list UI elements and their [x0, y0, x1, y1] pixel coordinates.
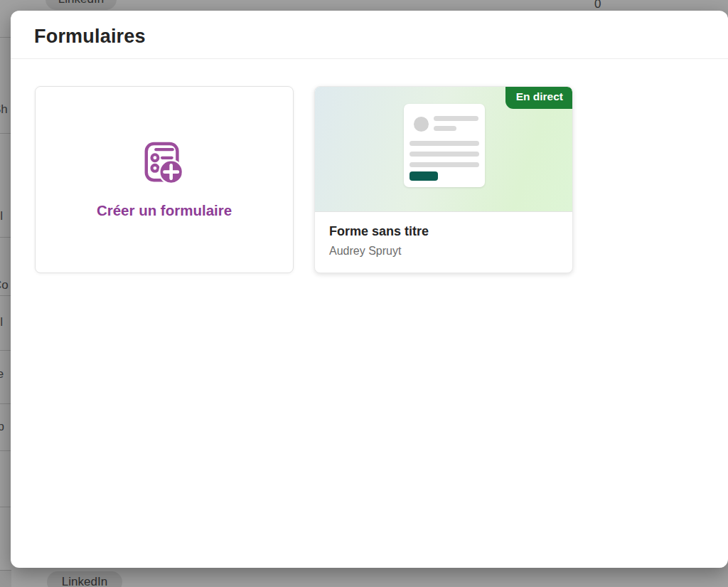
background-linkedin-label: LinkedIn [62, 575, 107, 587]
create-form-card[interactable]: Créer un formulaire [35, 86, 294, 273]
live-status-badge: En direct [505, 87, 572, 109]
form-thumbnail: En direct [315, 87, 572, 212]
background-footer-edge [0, 570, 11, 587]
background-text-fragment: Co [0, 278, 9, 292]
background-linkedin-label: LinkedIn [58, 0, 104, 6]
background-row-divider [0, 133, 11, 134]
background-text-fragment: pp [0, 420, 4, 434]
avatar-placeholder [414, 117, 429, 132]
background-text-fragment: Sh [0, 102, 8, 117]
form-card-info: Forme sans titre Audrey Spruyt [315, 212, 572, 258]
background-text-fragment: le [0, 367, 4, 381]
background-row-divider [0, 450, 11, 451]
text-line-placeholder [434, 116, 478, 121]
form-add-icon [142, 141, 186, 186]
form-card-owner: Audrey Spruyt [329, 245, 558, 258]
form-card-title: Forme sans titre [329, 224, 558, 239]
background-row-divider [0, 295, 11, 296]
form-preview [404, 104, 485, 187]
dialog-body: Créer un formulaire En direct Forme sans… [11, 59, 728, 273]
dialog-title: Formulaires [34, 26, 728, 48]
text-line-placeholder [434, 126, 456, 131]
submit-button-placeholder [410, 171, 438, 181]
text-line-placeholder [410, 141, 479, 146]
background-row-divider [0, 37, 11, 38]
create-form-label: Créer un formulaire [97, 202, 232, 219]
forms-dialog: Formulaires Créer un formulaire [11, 11, 728, 568]
background-linkedin-pill-top: LinkedIn [46, 0, 117, 10]
background-row-divider [0, 403, 11, 404]
text-line-placeholder [410, 162, 479, 167]
background-linkedin-pill-bottom: LinkedIn [47, 571, 122, 587]
background-row-divider [0, 570, 11, 571]
dialog-header: Formulaires [11, 11, 728, 59]
background-count-value: 0 [594, 0, 601, 11]
background-row-divider [0, 237, 11, 238]
background-row-divider [0, 350, 11, 351]
text-line-placeholder [410, 152, 479, 157]
background-row-divider [0, 507, 11, 507]
form-card[interactable]: En direct Forme sans titre Audrey Spruyt [314, 86, 573, 273]
background-text-fragment: oil [0, 209, 3, 223]
background-text-fragment: oil [0, 315, 3, 329]
